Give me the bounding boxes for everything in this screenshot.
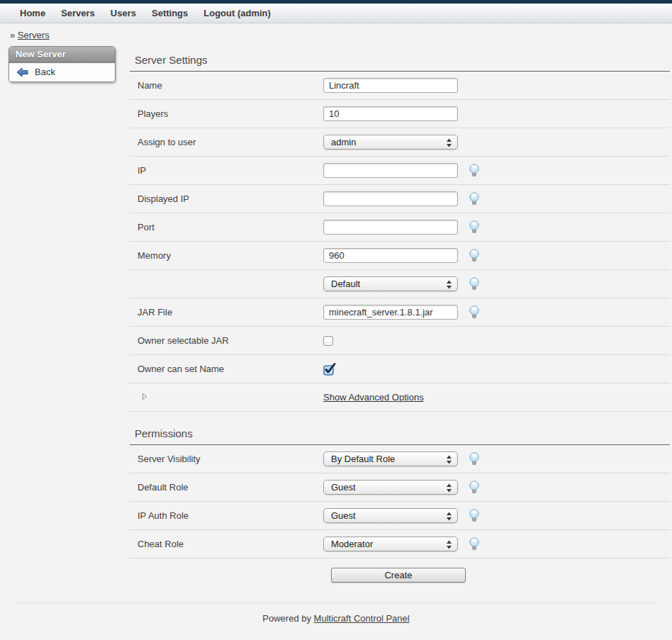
form-row-advanced-options: Show Advanced Options [130, 383, 670, 412]
ip-control [323, 163, 480, 178]
help-bulb-icon[interactable] [469, 305, 480, 319]
footer-text: Powered by [262, 613, 311, 624]
name-control [323, 78, 458, 93]
server-visibility-selected-value: By Default Role [331, 454, 395, 464]
ip-auth-role-label: IP Auth Role [130, 510, 323, 521]
advanced-options-link[interactable]: Show Advanced Options [323, 392, 424, 403]
form-row-memory-preset: Default [130, 270, 670, 298]
form-row-cheat-role: Cheat RoleModerator [130, 530, 670, 558]
breadcrumb: » Servers [0, 23, 672, 45]
create-button[interactable]: Create [331, 568, 466, 583]
default-role-selected-value: Guest [331, 482, 356, 493]
displayed-ip-label: Displayed IP [130, 193, 323, 204]
arrow-left-icon [16, 67, 28, 77]
default-role-control: Guest [323, 480, 480, 495]
port-control [323, 220, 480, 235]
assign-to-user-selected-value: admin [331, 137, 356, 147]
form-row-memory: Memory [130, 242, 670, 270]
jar-file-input[interactable] [323, 305, 458, 320]
memory-preset-select[interactable]: Default [323, 276, 458, 291]
cheat-role-selected-value: Moderator [331, 539, 373, 549]
owner-selectable-jar-checkbox[interactable] [323, 336, 333, 346]
footer-link-multicraft[interactable]: Multicraft Control Panel [314, 613, 410, 624]
breadcrumb-link-servers[interactable]: Servers [18, 30, 50, 40]
name-label: Name [130, 80, 323, 91]
port-input[interactable] [323, 220, 458, 235]
form-row-owner-can-set-name: Owner can set Name [130, 355, 670, 383]
sidebar-panel: New Server Back [9, 46, 116, 82]
displayed-ip-control [323, 191, 480, 206]
jar-file-label: JAR File [130, 307, 323, 318]
advanced-options-label [130, 392, 323, 403]
name-input[interactable] [323, 78, 458, 93]
ip-auth-role-select[interactable]: Guest [323, 508, 458, 523]
nav-item-users[interactable]: Users [103, 8, 144, 18]
form-row-default-role: Default RoleGuest [130, 473, 670, 502]
form-row-assign-to-user: Assign to useradmin [130, 128, 670, 157]
memory-control [323, 248, 480, 263]
advanced-options-control: Show Advanced Options [323, 392, 424, 403]
nav-item-logout[interactable]: Logout (admin) [196, 8, 279, 18]
select-arrows-icon [447, 455, 452, 464]
form-row-name: Name [130, 72, 670, 100]
memory-preset-selected-value: Default [331, 279, 360, 289]
owner-can-set-name-checkbox[interactable] [323, 363, 337, 376]
help-bulb-icon[interactable] [469, 277, 480, 291]
displayed-ip-input[interactable] [323, 191, 458, 206]
help-bulb-icon[interactable] [469, 220, 480, 234]
server-visibility-control: By Default Role [323, 451, 480, 466]
memory-label: Memory [130, 250, 323, 261]
help-bulb-icon[interactable] [469, 452, 480, 466]
players-label: Players [130, 108, 323, 119]
ip-auth-role-selected-value: Guest [331, 510, 356, 521]
owner-can-set-name-control [323, 363, 337, 376]
form-row-jar-file: JAR File [130, 298, 670, 327]
cheat-role-select[interactable]: Moderator [323, 537, 458, 551]
help-bulb-icon[interactable] [469, 164, 480, 177]
help-bulb-icon[interactable] [469, 537, 480, 551]
form-row-displayed-ip: Displayed IP [130, 185, 670, 213]
help-bulb-icon[interactable] [469, 481, 480, 494]
nav-item-servers[interactable]: Servers [53, 8, 103, 18]
breadcrumb-separator: » [10, 30, 15, 40]
ip-input[interactable] [323, 163, 458, 178]
select-arrows-icon [447, 138, 452, 147]
assign-to-user-select[interactable]: admin [323, 135, 458, 150]
players-input[interactable] [323, 106, 458, 121]
default-role-select[interactable]: Guest [323, 480, 458, 495]
default-role-label: Default Role [130, 482, 323, 493]
cheat-role-control: Moderator [323, 537, 480, 551]
assign-to-user-control: admin [323, 135, 458, 150]
assign-to-user-label: Assign to user [130, 137, 323, 147]
owner-can-set-name-label: Owner can set Name [130, 364, 323, 374]
server-settings-heading: Server Settings [130, 45, 670, 72]
nav-item-settings[interactable]: Settings [144, 8, 196, 18]
select-arrows-icon [447, 540, 452, 549]
top-navbar: Home Servers Users Settings Logout (admi… [0, 4, 672, 23]
server-visibility-select[interactable]: By Default Role [323, 451, 458, 466]
form-row-players: Players [130, 100, 670, 128]
create-row: Create [130, 558, 670, 590]
jar-file-control [323, 305, 480, 320]
port-label: Port [130, 222, 323, 232]
memory-preset-control: Default [323, 276, 480, 291]
main-content: Server Settings NamePlayersAssign to use… [130, 45, 670, 590]
ip-auth-role-control: Guest [323, 508, 480, 523]
sidebar-title: New Server [9, 47, 115, 63]
help-bulb-icon[interactable] [469, 192, 480, 206]
ip-label: IP [130, 165, 323, 176]
select-arrows-icon [447, 280, 452, 289]
back-button[interactable]: Back [9, 63, 115, 82]
form-row-owner-selectable-jar: Owner selectable JAR [130, 327, 670, 355]
select-arrows-icon [447, 483, 452, 493]
form-row-port: Port [130, 213, 670, 242]
nav-item-home[interactable]: Home [12, 8, 53, 18]
select-arrows-icon [447, 512, 452, 521]
help-bulb-icon[interactable] [469, 249, 480, 262]
memory-input[interactable] [323, 248, 458, 263]
form-row-server-visibility: Server VisibilityBy Default Role [130, 445, 670, 473]
back-button-label: Back [35, 67, 55, 77]
cheat-role-label: Cheat Role [130, 539, 323, 549]
help-bulb-icon[interactable] [469, 509, 480, 522]
server-settings-rows: NamePlayersAssign to useradminIPDisplaye… [130, 72, 670, 412]
